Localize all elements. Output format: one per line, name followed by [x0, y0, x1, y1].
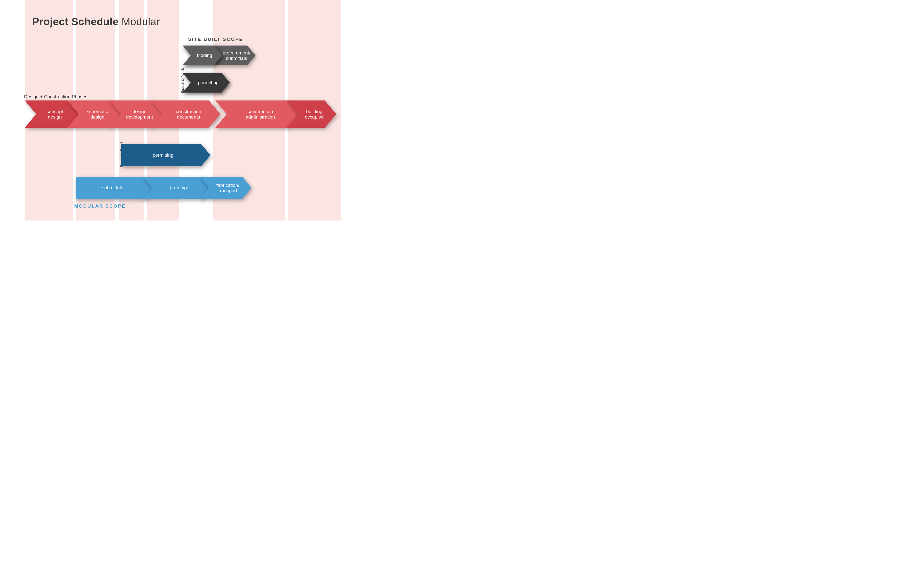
svg-text:fabrication/: fabrication/ [216, 183, 239, 188]
title-light: Modular [121, 16, 160, 27]
svg-text:construction: construction [247, 109, 273, 114]
phase-fabrication: fabrication/transport [199, 177, 252, 199]
svg-text:permitting: permitting [198, 80, 218, 85]
svg-text:prototype: prototype [170, 185, 189, 190]
svg-text:permitting: permitting [153, 152, 173, 158]
svg-text:building: building [306, 109, 323, 114]
svg-text:concept: concept [47, 109, 63, 114]
svg-text:submittals: submittals [102, 185, 123, 190]
svg-text:development: development [126, 114, 153, 120]
section-label: Design + Construction Phases [24, 94, 87, 100]
svg-text:submittals: submittals [226, 56, 247, 61]
scope-label-site-built: SITE BUILT SCOPE [188, 37, 243, 42]
svg-text:design: design [48, 114, 62, 120]
phase-occupied: buildingoccupied [287, 100, 336, 128]
svg-text:design: design [91, 114, 105, 120]
svg-text:occupied: occupied [305, 114, 324, 120]
svg-text:bidding: bidding [197, 53, 212, 58]
phase-permitting_mod: permitting [121, 144, 210, 166]
page-title: Project Schedule Modular [32, 16, 160, 28]
svg-text:design: design [133, 109, 147, 114]
svg-text:schematic: schematic [87, 109, 108, 114]
svg-text:administration: administration [246, 114, 275, 120]
svg-text:construction: construction [176, 109, 201, 114]
phase-const_docs: constructiondocuments [151, 100, 220, 128]
svg-text:documents: documents [177, 114, 200, 120]
scope-label-modular: MODULAR SCOPE [74, 204, 126, 209]
svg-text:procurement/: procurement/ [223, 50, 251, 55]
phase-bidding: bidding [183, 45, 222, 65]
phase-permitting_site: permitting [183, 73, 230, 92]
svg-text:transport: transport [218, 188, 238, 193]
title-bold: Project Schedule [32, 16, 118, 27]
